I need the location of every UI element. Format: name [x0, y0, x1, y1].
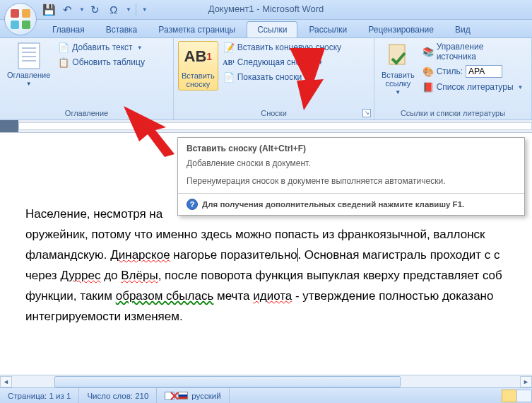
add-text-label: Добавить текст [72, 42, 132, 52]
qat-customize-icon[interactable]: ▼ [142, 6, 148, 13]
symbol-icon[interactable]: Ω [106, 2, 122, 18]
status-bar: Страница: 1 из 1 Число слов: 210 русский [0, 387, 532, 403]
insert-footnote-icon: AB1 [184, 43, 211, 70]
group-footnotes: AB1 Вставитьсноску 📝 Вставить концевую с… [174, 38, 374, 119]
insert-endnote-icon: 📝 [223, 42, 235, 53]
info-icon: ? [187, 199, 198, 210]
redo-icon[interactable]: ↻ [88, 2, 103, 18]
ribbon: Оглавление ▼ 📄 Добавить текст ▼ 📋 Обнови… [0, 38, 532, 120]
bibliography-icon: 📕 [422, 81, 434, 93]
group-footnotes-label: Сноски [178, 107, 370, 119]
status-language[interactable]: русский [157, 388, 229, 403]
manage-sources-button[interactable]: 📚 Управление источника [420, 41, 527, 62]
office-button[interactable] [4, 3, 37, 35]
bibliography-button[interactable]: 📕 Список литературы ▼ [420, 81, 527, 93]
add-text-dropdown-icon: ▼ [137, 45, 143, 51]
status-language-label: русский [191, 392, 220, 400]
show-notes-icon: 📄 [223, 71, 235, 83]
manage-sources-label: Управление источника [437, 42, 525, 62]
update-table-label: Обновить таблицу [72, 57, 145, 67]
update-table-button[interactable]: 📋 Обновить таблицу [56, 56, 147, 69]
manage-sources-icon: 📚 [422, 46, 434, 57]
annotation-arrow-right [283, 48, 332, 112]
tab-references[interactable]: Ссылки [247, 21, 297, 37]
style-selector[interactable]: 🎨 Стиль: [420, 64, 527, 78]
insert-citation-dropdown-icon: ▼ [395, 89, 401, 95]
toc-button[interactable]: Оглавление ▼ [4, 41, 53, 88]
screentip-line1: Добавление сноски в документ. [187, 158, 516, 170]
tab-page-layout[interactable]: Разметка страницы [148, 22, 245, 37]
tab-home[interactable]: Главная [42, 22, 95, 37]
svg-marker-7 [290, 48, 325, 110]
add-text-button[interactable]: 📄 Добавить текст ▼ [56, 41, 147, 54]
status-word-count[interactable]: Число слов: 210 [79, 388, 157, 403]
annotation-arrow-left [124, 106, 180, 157]
style-field[interactable] [466, 65, 502, 78]
screentip-line2: Перенумерация сносок в документе выполня… [187, 175, 516, 187]
insert-citation-label: Вставитьссылку [382, 71, 415, 88]
quick-access-toolbar: 💾 ↶ ▼ ↻ Ω ▼ ▼ [41, 0, 148, 19]
flag-ru-icon [178, 392, 188, 399]
toc-dropdown-icon: ▼ [26, 81, 32, 87]
toc-label: Оглавление [7, 71, 50, 79]
view-print-layout[interactable] [502, 390, 517, 402]
svg-marker-6 [124, 106, 175, 157]
office-logo-icon [11, 9, 30, 29]
tab-view[interactable]: Вид [445, 22, 480, 37]
scroll-thumb[interactable] [54, 376, 401, 387]
insert-footnote-button[interactable]: AB1 Вставитьсноску [178, 41, 218, 90]
screentip-help: Для получения дополнительных сведений на… [202, 200, 464, 209]
insert-citation-icon [384, 42, 411, 69]
style-icon: 🎨 [422, 66, 434, 77]
undo-icon[interactable]: ↶ [59, 2, 75, 18]
footnotes-dialog-launcher[interactable]: ↘ [362, 109, 371, 117]
tab-insert[interactable]: Вставка [96, 22, 148, 37]
screentip-title: Вставить сноску (Alt+Ctrl+F) [178, 138, 524, 158]
symbol-dropdown-icon[interactable]: ▼ [126, 6, 131, 13]
screentip: Вставить сноску (Alt+Ctrl+F) Добавление … [177, 137, 525, 216]
update-table-icon: 📋 [58, 57, 69, 68]
error-x-icon [170, 391, 179, 401]
scroll-right-button[interactable]: ► [520, 376, 532, 387]
status-page[interactable]: Страница: 1 из 1 [0, 388, 79, 403]
tab-review[interactable]: Рецензирование [358, 22, 444, 37]
save-icon[interactable]: 💾 [41, 2, 57, 18]
style-label: Стиль: [437, 66, 463, 76]
svg-rect-0 [18, 43, 40, 69]
bibliography-dropdown-icon: ▼ [518, 84, 524, 90]
bibliography-label: Список литературы [437, 82, 514, 92]
title-bar: 💾 ↶ ▼ ↻ Ω ▼ ▼ Документ1 - Microsoft Word [0, 0, 532, 20]
insert-footnote-label: Вставитьсноску [182, 71, 215, 88]
scroll-track[interactable] [12, 376, 520, 387]
tab-mailings[interactable]: Рассылки [299, 22, 357, 37]
view-full-screen[interactable] [516, 390, 532, 402]
horizontal-ruler[interactable] [0, 120, 532, 133]
insert-citation-button[interactable]: Вставитьссылку ▼ [379, 41, 418, 97]
group-citations: Вставитьссылку ▼ 📚 Управление источника … [374, 38, 532, 119]
group-citations-label: Ссылки и списки литературы [379, 107, 527, 119]
next-footnote-icon: AB¹ [223, 57, 235, 68]
scroll-left-button[interactable]: ◄ [0, 376, 12, 387]
horizontal-scrollbar[interactable]: ◄ ► [0, 375, 532, 387]
ribbon-tabs: Главная Вставка Разметка страницы Ссылки… [0, 20, 532, 38]
add-text-icon: 📄 [58, 42, 69, 53]
toc-icon [16, 42, 42, 69]
undo-dropdown-icon[interactable]: ▼ [79, 6, 85, 13]
window-title: Документ1 - Microsoft Word [208, 4, 324, 14]
